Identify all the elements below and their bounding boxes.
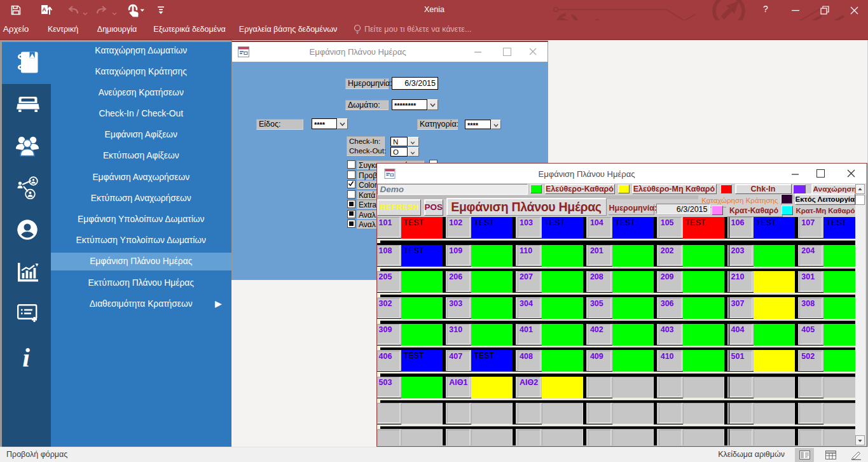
svg-text:A: A — [42, 6, 46, 13]
